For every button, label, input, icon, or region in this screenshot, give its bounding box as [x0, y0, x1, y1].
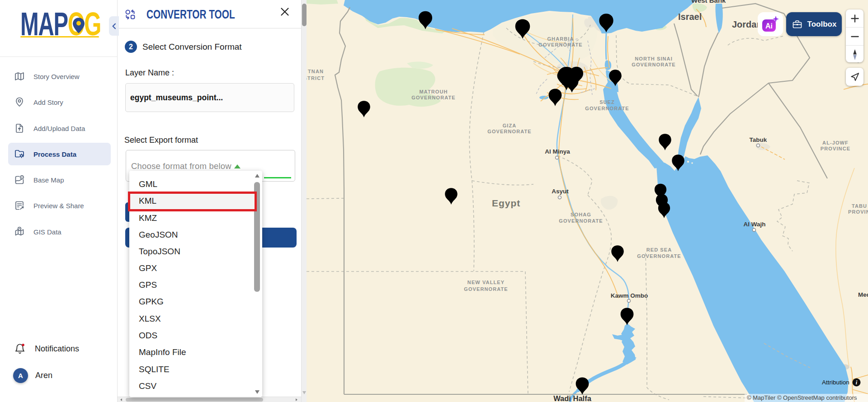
- svg-text:AL-JOWF: AL-JOWF: [822, 140, 849, 145]
- svg-text:GOVERNORATE: GOVERNORATE: [487, 129, 531, 134]
- svg-text:GHARBIA: GHARBIA: [547, 36, 574, 42]
- svg-text:MATROUH: MATROUH: [419, 89, 448, 94]
- svg-text:i: i: [856, 379, 858, 386]
- svg-text:PROVIN: PROVIN: [848, 209, 868, 215]
- svg-text:SOHAG: SOHAG: [571, 212, 591, 217]
- svg-text:Kawm Ombo: Kawm Ombo: [611, 292, 648, 299]
- svg-text:TABU: TABU: [852, 203, 867, 209]
- svg-text:Wadi Halfa: Wadi Halfa: [553, 394, 592, 402]
- svg-text:West Bank: West Bank: [691, 0, 726, 4]
- svg-text:GIZA: GIZA: [503, 123, 517, 128]
- svg-text:Israel: Israel: [678, 12, 702, 22]
- svg-text:Tabuk: Tabuk: [750, 136, 767, 143]
- svg-text:GOVERNORATE: GOVERNORATE: [464, 286, 508, 292]
- svg-text:GOVERNORATE: GOVERNORATE: [637, 253, 681, 259]
- svg-text:STRICT: STRICT: [307, 75, 325, 81]
- svg-text:RED SEA: RED SEA: [646, 247, 672, 252]
- svg-text:Ai: Ai: [765, 22, 773, 30]
- svg-text:GOVERNORATE: GOVERNORATE: [559, 218, 603, 224]
- svg-text:GOVERNORATE: GOVERNORATE: [632, 62, 675, 67]
- svg-text:NORTH SINAI: NORTH SINAI: [635, 56, 673, 61]
- svg-text:PROVINCE: PROVINCE: [821, 146, 850, 151]
- svg-text:GOVERNORATE: GOVERNORATE: [538, 42, 582, 47]
- svg-text:GOVERNORATE: GOVERNORATE: [411, 95, 455, 100]
- svg-text:SUEZ: SUEZ: [599, 99, 615, 105]
- svg-text:Egypt: Egypt: [492, 198, 520, 208]
- svg-text:Al Wajh: Al Wajh: [744, 221, 766, 228]
- svg-text:GOVERNORATE: GOVERNORATE: [585, 106, 629, 111]
- svg-text:Asyut: Asyut: [552, 188, 569, 195]
- svg-text:NEW VALLEY: NEW VALLEY: [467, 280, 505, 285]
- svg-text:Medi: Medi: [858, 291, 868, 298]
- svg-text:TNAN: TNAN: [308, 69, 324, 74]
- svg-text:Al Minya: Al Minya: [545, 148, 570, 155]
